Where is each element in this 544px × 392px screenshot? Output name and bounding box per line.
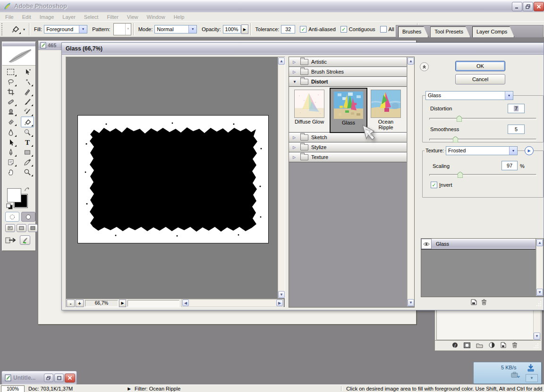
tool-dropdown-arrow[interactable]: ▾ — [23, 27, 25, 32]
standard-mode-button[interactable] — [5, 212, 19, 222]
scroll-up-arrow[interactable]: ▲ — [408, 58, 414, 65]
app-title-bar[interactable]: Adobe Photoshop — [0, 0, 544, 13]
chevron-down-icon[interactable]: ▾ — [509, 147, 517, 155]
shape-tool[interactable] — [21, 147, 34, 157]
fullscreen-menubar-button[interactable] — [17, 224, 26, 232]
effect-layer-row[interactable]: Glass — [421, 239, 536, 250]
tolerance-field[interactable]: 32 — [281, 25, 295, 33]
scroll-right-arrow[interactable]: ▶ — [276, 300, 283, 306]
notes-tool[interactable] — [5, 157, 17, 167]
imageready-feather-icon[interactable] — [20, 235, 30, 245]
expand-right-icon[interactable]: ▷ — [293, 70, 298, 74]
dialog-resize-grip[interactable] — [536, 301, 542, 307]
history-brush-tool[interactable] — [21, 107, 34, 117]
layer-mask-icon[interactable] — [464, 342, 470, 348]
preview-hscrollbar[interactable]: ◀ ▶ — [181, 299, 284, 307]
swap-colors-icon[interactable] — [24, 187, 31, 193]
category-artistic[interactable]: ▷ Artistic — [289, 57, 407, 67]
eraser-tool[interactable] — [5, 117, 17, 126]
move-tool[interactable] — [21, 67, 34, 77]
smoothness-field[interactable]: 5 — [508, 125, 525, 134]
distortion-slider[interactable] — [429, 118, 536, 120]
mode-select[interactable]: Normal ▾ — [154, 25, 197, 33]
tab-brushes[interactable]: Brushes — [398, 26, 428, 37]
pattern-dropdown-arrow[interactable]: ▾ — [125, 24, 131, 35]
anti-aliased-checkbox[interactable]: ✓ — [300, 26, 306, 33]
new-layer-icon[interactable] — [501, 342, 506, 348]
menu-image[interactable]: Image — [35, 13, 59, 21]
menu-view[interactable]: View — [123, 13, 143, 21]
invert-checkbox[interactable]: ✓ — [431, 182, 437, 188]
brush-tool[interactable] — [21, 97, 34, 107]
filter-list-scrollbar[interactable]: ▲ ▼ — [407, 57, 414, 306]
layers-list[interactable] — [436, 309, 534, 340]
visibility-toggle[interactable] — [421, 239, 432, 249]
opacity-slider-button[interactable]: ▶ — [241, 25, 248, 34]
collapse-panel-button[interactable] — [420, 62, 429, 71]
ok-button[interactable]: OK — [455, 61, 505, 71]
smoothness-slider-thumb[interactable] — [453, 136, 458, 142]
close-button[interactable] — [65, 374, 75, 383]
expand-right-icon[interactable]: ▷ — [293, 135, 298, 140]
eyedropper-tool[interactable] — [21, 157, 34, 167]
fullscreen-button[interactable] — [28, 224, 38, 232]
delete-layer-icon[interactable] — [512, 342, 518, 348]
expand-down-icon[interactable]: ▼ — [293, 80, 298, 84]
default-colors-icon[interactable] — [6, 203, 13, 209]
foreground-color-swatch[interactable] — [7, 188, 21, 202]
restore-button[interactable] — [44, 374, 53, 382]
layer-style-icon[interactable]: f — [452, 342, 458, 348]
crop-tool[interactable] — [5, 87, 17, 97]
tab-tool-presets[interactable]: Tool Presets — [430, 26, 470, 37]
category-distort[interactable]: ▼ Distort — [289, 77, 407, 87]
rectangular-marquee-tool[interactable] — [5, 67, 17, 77]
distortion-slider-thumb[interactable] — [457, 116, 462, 122]
palette-resize-grip[interactable] — [533, 343, 539, 349]
thumbnail-diffuse-glow[interactable]: Diffuse Glow — [294, 90, 325, 125]
category-texture[interactable]: ▷ Texture — [289, 152, 407, 162]
clone-stamp-tool[interactable] — [5, 107, 17, 117]
blur-tool[interactable] — [5, 127, 17, 137]
filter-select[interactable]: Glass ▾ — [425, 91, 513, 100]
menu-layer[interactable]: Layer — [58, 13, 80, 21]
chevron-down-icon[interactable]: ▾ — [188, 25, 196, 33]
menu-help[interactable]: Help — [170, 13, 189, 21]
menu-file[interactable]: File — [1, 13, 18, 21]
adjustment-layer-icon[interactable] — [489, 342, 495, 348]
dodge-tool[interactable] — [21, 127, 34, 137]
options-bar-grip[interactable] — [1, 23, 5, 35]
dialog-title-bar[interactable]: Glass (66,7%) — [62, 43, 544, 55]
scroll-up-arrow[interactable]: ▲ — [278, 58, 285, 65]
slice-tool[interactable] — [21, 87, 34, 97]
quick-mask-mode-button[interactable] — [21, 212, 35, 222]
expand-right-icon[interactable]: ▷ — [293, 60, 298, 64]
preview-vscrollbar[interactable]: ▲ ▼ — [278, 57, 285, 298]
category-brush-strokes[interactable]: ▷ Brush Strokes — [289, 67, 407, 77]
magic-wand-tool[interactable] — [21, 77, 34, 87]
zoom-in-button[interactable]: + — [76, 300, 84, 307]
expand-right-icon[interactable]: ▷ — [293, 145, 298, 150]
statusbar-menu-arrow[interactable]: ▶ — [128, 386, 131, 391]
toolbox-logo[interactable] — [2, 46, 35, 66]
hand-tool[interactable] — [5, 167, 17, 177]
delete-effect-layer-button[interactable] — [481, 299, 487, 305]
preview-canvas[interactable] — [77, 115, 269, 243]
effect-layers-scrollbar[interactable]: ▲ ▼ — [536, 239, 543, 296]
category-sketch[interactable]: ▷ Sketch — [289, 133, 407, 142]
category-stylize[interactable]: ▷ Stylize — [289, 142, 407, 152]
contiguous-checkbox[interactable]: ✓ — [340, 26, 347, 33]
close-button[interactable] — [534, 2, 544, 11]
widget-dropdown-button[interactable]: ▼ — [526, 374, 538, 382]
minimized-document-window[interactable]: Untitle... — [1, 371, 77, 385]
menu-filter[interactable]: Filter — [102, 13, 122, 21]
healing-brush-tool[interactable] — [5, 97, 17, 107]
texture-options-button[interactable]: ▶ — [525, 146, 534, 155]
network-speed-widget[interactable]: 5 KB/s ▼ — [473, 362, 542, 384]
zoom-tool[interactable] — [21, 167, 34, 177]
zoom-out-button[interactable]: - — [67, 300, 75, 307]
layers-scrollbar[interactable]: ▼ — [533, 309, 541, 340]
opacity-field[interactable]: 100% — [223, 25, 241, 33]
toolbox-drag-bar[interactable] — [2, 42, 35, 46]
pen-tool[interactable] — [5, 147, 17, 157]
scroll-down-arrow[interactable]: ▼ — [534, 333, 540, 340]
